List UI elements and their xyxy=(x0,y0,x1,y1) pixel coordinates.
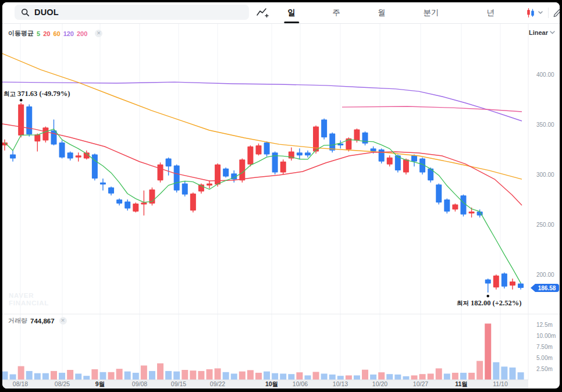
date-label: 08/18 xyxy=(13,380,28,387)
period-tabs: 일주월분기년 xyxy=(2,2,560,23)
scale-label: Linear xyxy=(529,29,548,36)
candle xyxy=(469,212,475,213)
candle xyxy=(436,184,442,202)
date-label: 09/22 xyxy=(210,380,225,387)
candle xyxy=(460,195,466,215)
candle xyxy=(158,165,163,181)
low-annotation: 최저 182.00 (+2.52%) xyxy=(457,299,521,307)
high-annotation: 최고 371.63 (-49.79%) xyxy=(3,90,70,98)
candle xyxy=(108,187,114,193)
legend-period-120: 120 xyxy=(63,30,74,37)
candle xyxy=(18,105,24,136)
candle xyxy=(116,199,122,204)
candle xyxy=(215,165,220,184)
svg-text:2.50m: 2.50m xyxy=(536,366,553,372)
candle xyxy=(239,159,245,180)
candle xyxy=(59,142,65,158)
ma120-line xyxy=(2,82,522,121)
candle xyxy=(207,183,212,185)
candle xyxy=(174,166,180,191)
date-label: 09/08 xyxy=(132,380,147,387)
candle xyxy=(452,205,458,210)
toolbar: DUOL 일주월분기년 xyxy=(2,2,560,24)
tab-분기[interactable]: 분기 xyxy=(424,2,439,23)
candle xyxy=(182,183,188,194)
candle xyxy=(387,158,393,165)
candle xyxy=(371,148,376,151)
ma5-line-layer xyxy=(5,129,521,283)
candle xyxy=(247,147,253,165)
candle xyxy=(485,280,491,284)
svg-text:350.00: 350.00 xyxy=(536,122,554,128)
candle xyxy=(51,130,56,144)
legend-period-20: 20 xyxy=(43,30,50,37)
candle xyxy=(42,127,48,140)
volume-value: 744,867 xyxy=(30,318,55,325)
svg-text:200.00: 200.00 xyxy=(536,272,554,278)
candle xyxy=(34,134,40,141)
candle xyxy=(264,142,270,155)
candle xyxy=(493,276,499,288)
candle xyxy=(354,130,360,141)
candle xyxy=(255,145,261,154)
high-marker-dot xyxy=(20,99,23,102)
ma200-line-layer xyxy=(342,106,522,112)
candle xyxy=(190,194,196,211)
candle xyxy=(411,155,417,161)
ma20-line-layer xyxy=(2,124,522,205)
chevron-down-icon xyxy=(550,31,555,34)
candle xyxy=(403,159,409,172)
candle xyxy=(67,152,73,158)
volume-axis: 12.5m10.00m7.50m5.00m2.50m xyxy=(536,322,556,372)
tab-주[interactable]: 주 xyxy=(332,2,340,23)
stock-chart-canvas[interactable]: 400.00350.00300.00250.00200.0012.5m10.00… xyxy=(2,2,560,389)
candle xyxy=(26,106,32,134)
date-label: 10월 xyxy=(265,380,278,387)
volume-label: 거래량 xyxy=(8,316,27,325)
app-window: 400.00350.00300.00250.00200.0012.5m10.00… xyxy=(2,2,560,389)
legend-period-200: 200 xyxy=(77,30,87,37)
ma60-line-layer xyxy=(2,54,522,179)
ma200-line xyxy=(342,106,522,112)
candlesticks[interactable] xyxy=(2,103,524,293)
svg-text:400.00: 400.00 xyxy=(536,72,554,78)
low-marker-dot xyxy=(486,295,489,298)
tab-일[interactable]: 일 xyxy=(287,2,296,23)
date-label: 09/15 xyxy=(171,380,186,387)
current-price-value: 186.58 xyxy=(538,285,556,291)
date-label: 10/13 xyxy=(333,380,348,387)
candle xyxy=(166,158,172,166)
svg-text:300.00: 300.00 xyxy=(536,172,554,178)
tab-월[interactable]: 월 xyxy=(378,2,386,23)
candle xyxy=(518,283,524,288)
tab-년[interactable]: 년 xyxy=(486,2,495,23)
price-axis: 400.00350.00300.00250.00200.00 xyxy=(536,72,554,278)
date-label: 11/10 xyxy=(493,380,508,387)
legend-period-60: 60 xyxy=(53,30,60,37)
date-label: 9월 xyxy=(95,380,105,387)
candle xyxy=(510,281,515,286)
candle xyxy=(10,155,16,159)
candle xyxy=(321,119,327,137)
volume-header: 거래량 744,867 ✕ xyxy=(8,316,67,325)
x-axis: 08/1808/259월09/0809/1509/2210월10/0610/13… xyxy=(2,380,528,389)
annotations: 최고 371.63 (-49.79%)최저 182.00 (+2.52%) xyxy=(3,90,521,307)
svg-text:12.5m: 12.5m xyxy=(536,322,553,328)
candle xyxy=(297,152,303,155)
candle xyxy=(141,202,147,204)
date-label: 10/20 xyxy=(372,380,387,387)
candle xyxy=(100,183,106,184)
candle xyxy=(280,162,286,173)
candle xyxy=(223,169,229,177)
date-label: 11월 xyxy=(455,380,468,387)
scale-selector[interactable]: Linear xyxy=(529,29,555,36)
candle xyxy=(133,204,138,212)
svg-text:5.00m: 5.00m xyxy=(536,355,553,361)
ma20-line xyxy=(2,124,522,205)
close-circle-icon[interactable]: ✕ xyxy=(59,317,67,325)
svg-text:250.00: 250.00 xyxy=(536,222,554,228)
date-label: 10/06 xyxy=(293,380,308,387)
close-circle-icon[interactable]: ✕ xyxy=(95,30,102,37)
candle xyxy=(501,273,507,286)
candle xyxy=(379,149,385,162)
